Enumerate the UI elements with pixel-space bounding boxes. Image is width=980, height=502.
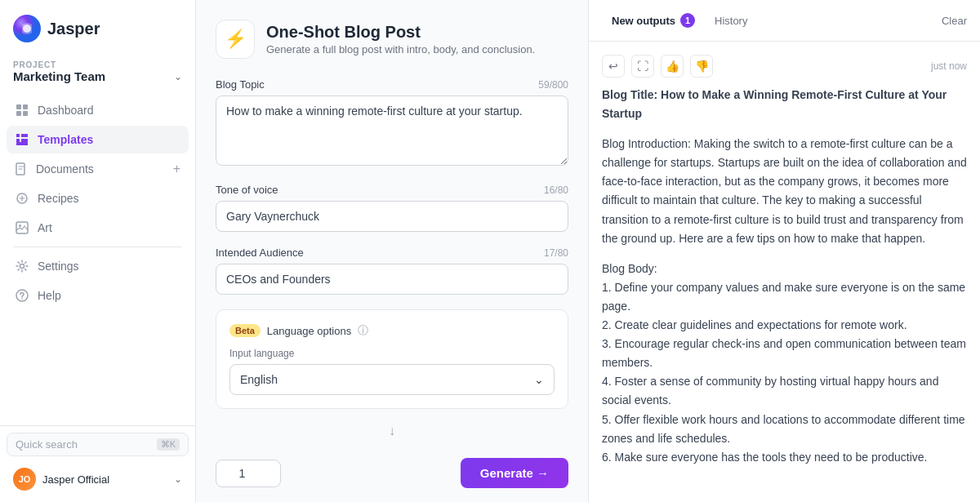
sidebar-item-templates[interactable]: Templates <box>7 126 189 153</box>
new-outputs-label: New outputs <box>612 15 675 27</box>
clear-button[interactable]: Clear <box>942 15 967 27</box>
undo-button[interactable]: ↩ <box>602 55 625 78</box>
svg-rect-8 <box>16 139 20 142</box>
output-actions-bar: ↩ ⛶ 👍 👎 just now <box>602 55 967 78</box>
output-body: ↩ ⛶ 👍 👎 just now Blog Title: How to Make… <box>589 42 980 502</box>
generate-button[interactable]: Generate → <box>461 458 568 488</box>
art-icon <box>15 220 29 235</box>
audience-input[interactable] <box>216 264 568 295</box>
sidebar-item-art[interactable]: Art <box>7 214 189 242</box>
template-emoji: ⚡ <box>225 29 247 50</box>
input-language-label: Input language <box>229 348 555 359</box>
tone-input[interactable] <box>216 201 568 232</box>
svg-rect-5 <box>23 111 28 116</box>
svg-rect-12 <box>16 142 28 145</box>
user-chevron-icon: ⌄ <box>174 473 182 485</box>
template-description: Generate a full blog post with intro, bo… <box>266 43 535 56</box>
sidebar-item-dashboard[interactable]: Dashboard <box>7 96 189 124</box>
audience-char-count: 17/80 <box>544 247 568 259</box>
bottom-bar: Generate → <box>216 448 568 488</box>
svg-rect-10 <box>24 134 28 137</box>
sidebar: Jasper PROJECT Marketing Team ⌄ Dashboar… <box>0 0 196 502</box>
template-info: One-Shot Blog Post Generate a full blog … <box>266 23 535 56</box>
sidebar-bottom: Quick search ⌘K JO Jasper Official ⌄ <box>0 425 195 502</box>
svg-rect-3 <box>23 104 28 109</box>
tab-new-outputs[interactable]: New outputs 1 <box>602 8 705 33</box>
logo-text: Jasper <box>47 20 100 38</box>
language-info-icon[interactable]: ⓘ <box>358 323 368 338</box>
svg-point-1 <box>23 24 31 33</box>
help-label: Help <box>38 289 61 302</box>
audience-label: Intended Audience <box>216 247 304 259</box>
dashboard-label: Dashboard <box>38 104 94 117</box>
art-label: Art <box>38 221 52 234</box>
jasper-logo-icon <box>13 15 41 42</box>
quantity-input[interactable] <box>216 460 281 487</box>
blog-topic-group: Blog Topic 59/800 <box>216 78 568 169</box>
settings-icon <box>15 259 29 273</box>
sidebar-divider <box>13 247 182 247</box>
sidebar-item-help[interactable]: Help <box>7 282 189 309</box>
user-row[interactable]: JO Jasper Official ⌄ <box>7 463 189 495</box>
sidebar-item-recipes[interactable]: Recipes <box>7 184 189 212</box>
templates-label: Templates <box>38 133 93 146</box>
blog-topic-input[interactable] <box>216 96 568 166</box>
audience-label-row: Intended Audience 17/80 <box>216 247 568 259</box>
project-selector[interactable]: Marketing Team ⌄ <box>13 69 182 83</box>
thumbs-down-button[interactable]: 👎 <box>690 55 713 78</box>
output-timestamp: just now <box>931 60 967 72</box>
tone-of-voice-group: Tone of voice 16/80 <box>216 184 568 232</box>
dashboard-icon <box>15 103 29 118</box>
svg-rect-2 <box>16 104 21 109</box>
new-outputs-badge: 1 <box>680 13 695 28</box>
search-placeholder-text: Quick search <box>16 438 78 451</box>
project-label: PROJECT <box>13 60 182 69</box>
search-shortcut: ⌘K <box>157 438 180 451</box>
scroll-down-indicator: ↓ <box>216 424 568 438</box>
svg-point-19 <box>21 298 23 300</box>
blog-topic-char-count: 59/800 <box>538 79 568 91</box>
project-chevron-icon: ⌄ <box>174 71 182 82</box>
thumbs-up-button[interactable]: 👍 <box>661 55 684 78</box>
output-header: New outputs 1 History Clear <box>589 0 980 42</box>
tone-label-row: Tone of voice 16/80 <box>216 184 568 196</box>
tone-char-count: 16/80 <box>544 184 568 196</box>
add-document-icon[interactable]: + <box>173 162 180 176</box>
user-name: Jasper Official <box>42 473 167 486</box>
main-nav: Dashboard Templates Documents + Reci <box>0 93 195 425</box>
blog-topic-label-row: Blog Topic 59/800 <box>216 78 568 91</box>
help-icon <box>15 288 29 303</box>
copy-button[interactable]: ⛶ <box>631 55 654 78</box>
avatar: JO <box>13 468 36 491</box>
output-text: Blog Title: How to Make a Winning Remote… <box>602 86 967 467</box>
svg-rect-11 <box>24 139 28 142</box>
language-options-section: Beta Language options ⓘ Input language E… <box>216 309 568 409</box>
documents-label: Documents <box>36 162 94 175</box>
template-title: One-Shot Blog Post <box>266 23 535 42</box>
beta-badge: Beta <box>229 324 261 337</box>
selected-language: English <box>240 373 278 386</box>
sidebar-item-documents[interactable]: Documents + <box>7 155 189 183</box>
svg-point-17 <box>20 264 24 269</box>
main-form-area: ⚡ One-Shot Blog Post Generate a full blo… <box>196 0 588 502</box>
svg-rect-9 <box>21 139 24 142</box>
language-chevron-icon: ⌄ <box>534 373 544 386</box>
svg-rect-4 <box>16 111 21 116</box>
blog-topic-label: Blog Topic <box>216 78 265 91</box>
templates-icon <box>15 132 29 147</box>
quick-search[interactable]: Quick search ⌘K <box>7 433 189 456</box>
language-header: Beta Language options ⓘ <box>229 323 555 338</box>
tab-history[interactable]: History <box>705 10 757 32</box>
language-select[interactable]: English ⌄ <box>229 364 555 395</box>
project-name: Marketing Team <box>13 69 105 83</box>
sidebar-item-settings[interactable]: Settings <box>7 252 189 280</box>
project-section: PROJECT Marketing Team ⌄ <box>0 54 195 93</box>
language-options-label: Language options <box>267 325 351 337</box>
history-label: History <box>715 15 747 27</box>
intended-audience-group: Intended Audience 17/80 <box>216 247 568 295</box>
documents-row: Documents + <box>36 162 180 176</box>
documents-icon <box>15 162 28 176</box>
settings-label: Settings <box>38 260 79 273</box>
template-header: ⚡ One-Shot Blog Post Generate a full blo… <box>216 20 568 59</box>
recipes-icon <box>15 191 29 206</box>
